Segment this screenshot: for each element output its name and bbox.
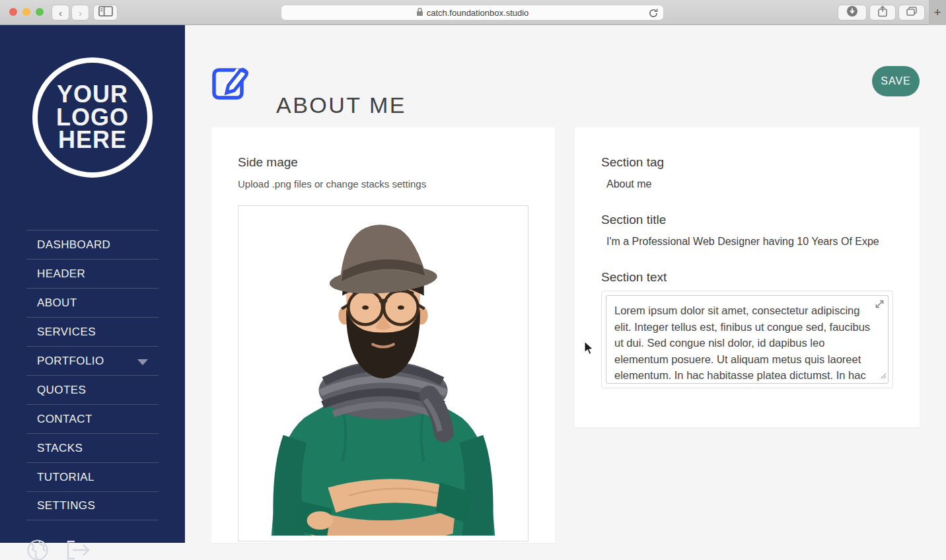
downloads-button[interactable] [838,5,867,20]
sidebar-item-label: SETTINGS [37,499,95,512]
sidebar-nav: DASHBOARDHEADERABOUTSERVICESPORTFOLIOQUO… [26,230,159,520]
logo: YOUR LOGO HERE [32,57,153,178]
tab-overview-button[interactable] [898,5,925,20]
logout-icon[interactable] [66,540,91,560]
sidebar-item-label: SERVICES [37,326,96,339]
sidebar-item-settings[interactable]: SETTINGS [26,491,159,520]
browser-sidebar-toggle-button[interactable] [93,5,118,20]
side-image-subtitle: Upload .png files or change stacks setti… [238,178,555,190]
section-text-label: Section text [601,270,667,284]
save-button[interactable]: SAVE [872,66,920,96]
browser-chrome: ‹ › catch.foundationbox.studio + [0,0,946,25]
side-image-upload-area[interactable] [238,205,528,542]
share-icon [877,5,888,20]
url-text: catch.foundationbox.studio [427,8,529,18]
sidebar-item-label: DASHBOARD [37,238,110,252]
reload-icon[interactable] [648,8,659,20]
chevron-down-icon[interactable] [137,359,148,365]
new-tab-button[interactable]: + [929,0,946,25]
lock-icon [416,7,423,18]
resize-handle[interactable] [881,370,887,382]
address-bar[interactable]: catch.foundationbox.studio [281,5,664,20]
sidebar-item-label: ABOUT [37,297,77,310]
logo-line: HERE [58,129,127,152]
section-title-input[interactable] [606,236,910,248]
zoom-window-button[interactable] [36,8,44,16]
sidebar-item-label: CONTACT [37,413,92,426]
sidebar-item-label: TUTORIAL [37,471,94,484]
section-tag-label: Section tag [601,155,664,169]
sidebar-item-quotes[interactable]: QUOTES [26,375,159,404]
globe-icon[interactable] [26,539,49,560]
section-text-container: Lorem ipsum dolor sit amet, consectetur … [601,291,893,388]
sidebar-item-tutorial[interactable]: TUTORIAL [26,462,159,491]
sidebar-toggle-icon [98,6,113,19]
browser-forward-button[interactable]: › [71,5,89,20]
sidebar: YOUR LOGO HERE DASHBOARDHEADERABOUTSERVI… [0,25,185,543]
close-window-button[interactable] [9,8,17,16]
sidebar-footer [26,539,91,560]
sidebar-item-label: STACKS [37,442,83,455]
sidebar-item-dashboard[interactable]: DASHBOARD [26,230,159,259]
download-icon [846,5,858,20]
portrait-photo [244,211,523,536]
section-text-textarea[interactable]: Lorem ipsum dolor sit amet, consectetur … [606,295,889,384]
share-button[interactable] [869,5,896,20]
page-title: ABOUT ME [276,92,406,118]
section-tag-input[interactable] [606,178,910,190]
logo-line: YOUR [57,83,128,106]
logo-line: LOGO [56,106,129,129]
edit-page-icon [211,63,251,104]
sidebar-item-contact[interactable]: CONTACT [26,404,159,433]
sidebar-item-label: HEADER [37,267,85,281]
main-content: ABOUT ME SAVE Side mage Upload .png file… [185,25,946,560]
sidebar-item-portfolio[interactable]: PORTFOLIO [26,346,159,375]
tabs-icon [906,6,918,19]
section-title-label: Section title [601,213,666,227]
sidebar-item-header[interactable]: HEADER [26,259,159,288]
minimize-window-button[interactable] [22,8,30,16]
sidebar-item-label: QUOTES [37,384,86,397]
side-image-title: Side mage [238,155,555,170]
sidebar-item-label: PORTFOLIO [37,355,104,368]
sidebar-item-about[interactable]: ABOUT [26,288,159,317]
expand-icon[interactable] [875,299,885,312]
side-image-card: Side mage Upload .png files or change st… [211,127,555,543]
browser-back-button[interactable]: ‹ [52,5,69,20]
sidebar-item-stacks[interactable]: STACKS [26,433,159,462]
section-card: Section tag Section title Section text L… [575,127,920,427]
sidebar-item-services[interactable]: SERVICES [26,317,159,346]
